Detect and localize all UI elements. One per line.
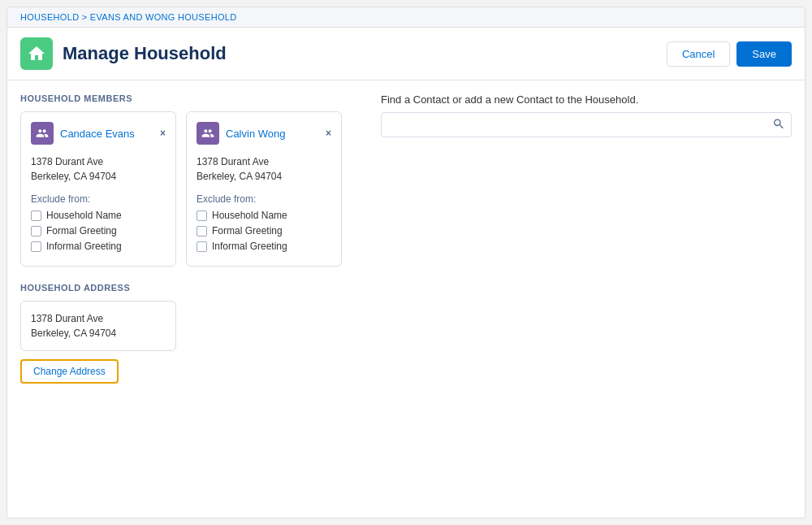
page-header: Manage Household Cancel Save: [7, 28, 805, 80]
members-row: Candace Evans × 1378 Durant Ave Berkeley…: [20, 111, 361, 267]
member-address-0: 1378 Durant Ave Berkeley, CA 94704: [31, 154, 166, 184]
search-icon[interactable]: [772, 117, 785, 132]
header-actions: Cancel Save: [667, 41, 792, 67]
members-section-label: HOUSEHOLD MEMBERS: [20, 93, 361, 103]
breadcrumb: HOUSEHOLD > EVANS AND WONG HOUSEHOLD: [7, 7, 805, 28]
change-address-button[interactable]: Change Address: [20, 359, 119, 384]
checkbox-household-name-1: Household Name: [197, 210, 331, 221]
checkbox-household-name-label-0: Household Name: [46, 210, 122, 221]
checkbox-formal-label-1: Formal Greeting: [212, 225, 283, 236]
address-text: 1378 Durant Ave Berkeley, CA 94704: [31, 311, 166, 341]
search-box: [381, 112, 792, 137]
save-button[interactable]: Save: [736, 41, 792, 67]
page-title: Manage Household: [63, 43, 227, 64]
member-name-1[interactable]: Calvin Wong: [226, 128, 319, 140]
main-content: HOUSEHOLD MEMBERS Candace Evans ×: [7, 80, 805, 518]
member-header-0: Candace Evans ×: [31, 122, 166, 145]
exclude-label-0: Exclude from:: [31, 193, 166, 205]
checkbox-formal-label-0: Formal Greeting: [46, 225, 117, 236]
member-address-1: 1378 Durant Ave Berkeley, CA 94704: [197, 154, 331, 184]
checkbox-household-name-label-1: Household Name: [212, 210, 287, 221]
address-section: HOUSEHOLD ADDRESS 1378 Durant Ave Berkel…: [20, 283, 361, 384]
member-card-0: Candace Evans × 1378 Durant Ave Berkeley…: [20, 111, 176, 267]
checkbox-household-name-input-1[interactable]: [197, 210, 207, 221]
checkbox-informal-label-0: Informal Greeting: [46, 241, 122, 252]
exclude-label-1: Exclude from:: [197, 193, 331, 205]
checkbox-informal-input-0[interactable]: [31, 241, 41, 252]
address-card: 1378 Durant Ave Berkeley, CA 94704: [20, 301, 176, 351]
checkbox-formal-1: Formal Greeting: [197, 225, 331, 236]
checkbox-household-name-input-0[interactable]: [31, 210, 41, 221]
left-panel: HOUSEHOLD MEMBERS Candace Evans ×: [20, 93, 361, 505]
search-hint: Find a Contact or add a new Contact to t…: [381, 93, 792, 106]
checkbox-household-name-0: Household Name: [31, 210, 166, 221]
checkbox-formal-input-0[interactable]: [31, 226, 41, 236]
checkbox-informal-input-1[interactable]: [197, 241, 207, 252]
right-panel: Find a Contact or add a new Contact to t…: [381, 93, 792, 505]
checkbox-informal-label-1: Informal Greeting: [212, 241, 287, 252]
member-name-0[interactable]: Candace Evans: [60, 128, 153, 140]
member-remove-1[interactable]: ×: [326, 128, 331, 139]
checkbox-informal-1: Informal Greeting: [197, 241, 331, 252]
header-left: Manage Household: [20, 37, 227, 70]
member-icon-0: [31, 122, 54, 145]
member-card-1: Calvin Wong × 1378 Durant Ave Berkeley, …: [186, 111, 342, 267]
cancel-button[interactable]: Cancel: [667, 41, 730, 67]
member-header-1: Calvin Wong ×: [197, 122, 331, 145]
household-icon: [20, 37, 53, 70]
member-icon-1: [197, 122, 219, 145]
address-section-label: HOUSEHOLD ADDRESS: [20, 283, 361, 293]
search-input[interactable]: [381, 112, 792, 137]
checkbox-informal-0: Informal Greeting: [31, 241, 166, 252]
member-remove-0[interactable]: ×: [160, 128, 166, 139]
checkbox-formal-input-1[interactable]: [197, 226, 207, 236]
checkbox-formal-0: Formal Greeting: [31, 225, 166, 236]
